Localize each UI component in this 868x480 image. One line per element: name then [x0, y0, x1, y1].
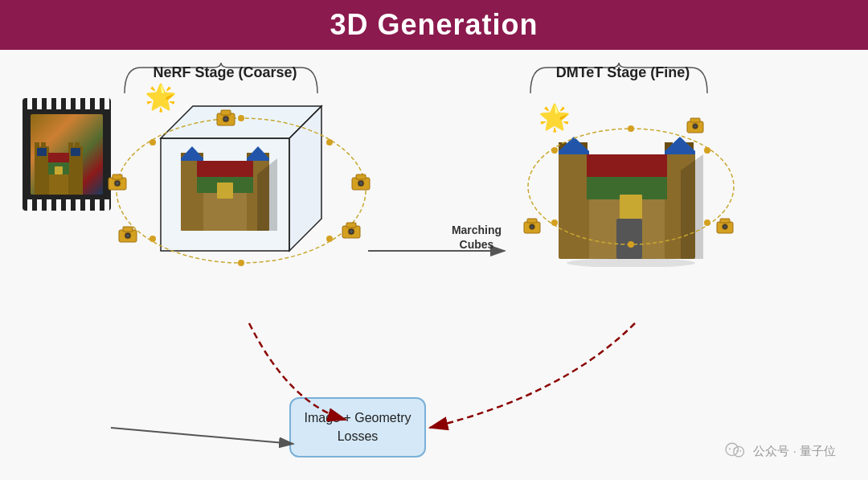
svg-rect-26 [197, 161, 253, 177]
svg-rect-41 [587, 154, 667, 177]
svg-point-66 [114, 180, 121, 187]
svg-rect-3 [35, 142, 39, 149]
svg-point-59 [350, 230, 353, 233]
svg-rect-10 [48, 153, 69, 162]
svg-rect-7 [37, 148, 47, 156]
svg-point-62 [358, 180, 364, 187]
svg-rect-8 [71, 148, 80, 156]
svg-point-100 [734, 446, 744, 457]
nerf-sun-icon: 🌟 [145, 82, 177, 113]
loss-box-text: Image + Geometry Losses [291, 409, 424, 445]
svg-rect-43 [616, 219, 642, 259]
svg-rect-60 [352, 178, 370, 190]
watermark: 公众号 · 量子位 [724, 440, 836, 462]
svg-rect-6 [75, 142, 80, 149]
main-content: NeRF Stage (Coarse) DMTeT Stage (Fine) [0, 50, 868, 480]
svg-rect-65 [113, 174, 122, 179]
svg-point-46 [567, 258, 695, 267]
svg-point-58 [348, 228, 354, 235]
svg-point-101 [737, 450, 739, 452]
wechat-icon [724, 440, 747, 462]
dmtet-stage-label: DMTeT Stage (Fine) [530, 64, 715, 81]
svg-rect-57 [346, 223, 356, 228]
svg-rect-4 [41, 142, 46, 149]
input-film-strip [23, 98, 111, 211]
svg-rect-28 [217, 183, 233, 199]
nerf-cube: 🌟 [129, 90, 338, 275]
svg-point-63 [359, 182, 362, 185]
svg-line-93 [111, 428, 293, 444]
page-title: 3D Generation [330, 8, 538, 42]
svg-rect-44 [620, 195, 642, 219]
marching-cubes-label: Marching Cubes [440, 223, 513, 252]
dmtet-object: 🌟 [526, 106, 727, 267]
svg-marker-45 [681, 154, 703, 259]
svg-rect-11 [55, 166, 63, 174]
header: 3D Generation [0, 0, 868, 50]
svg-point-67 [116, 182, 119, 185]
nerf-stage-label: NeRF Stage (Coarse) [133, 64, 317, 81]
svg-point-97 [727, 443, 739, 455]
input-image [31, 114, 103, 195]
svg-rect-64 [108, 178, 126, 190]
watermark-text: 公众号 · 量子位 [753, 444, 836, 459]
svg-point-102 [740, 450, 742, 452]
svg-point-98 [729, 448, 731, 449]
svg-rect-31 [559, 150, 589, 259]
svg-rect-61 [356, 174, 366, 179]
svg-rect-56 [342, 226, 360, 238]
dmtet-sun-icon: 🌟 [538, 102, 571, 133]
svg-rect-5 [68, 142, 73, 149]
loss-box: Image + Geometry Losses [289, 397, 426, 457]
